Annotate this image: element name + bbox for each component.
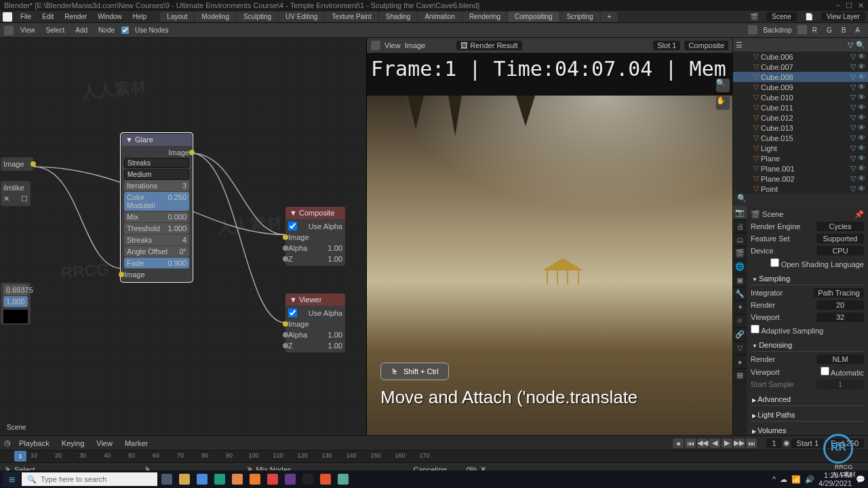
play-icon[interactable]: ▶ <box>722 439 732 448</box>
socket-icon[interactable] <box>283 256 288 262</box>
tl-view[interactable]: View <box>92 438 117 449</box>
playhead[interactable]: 1 <box>14 451 26 462</box>
outliner-item[interactable]: ▽Plane▽ 👁 <box>733 153 868 163</box>
outliner-item[interactable]: ▽Point▽ 👁 <box>733 184 868 194</box>
visibility-icon[interactable]: 👁 <box>858 73 865 81</box>
tab-layout[interactable]: Layout <box>160 12 194 22</box>
premiere-icon[interactable] <box>282 472 298 487</box>
jump-start-icon[interactable]: ⏮ <box>685 439 696 448</box>
mesh-data-icon[interactable]: ▽ <box>850 103 856 112</box>
advanced-panel[interactable]: Advanced <box>751 393 864 406</box>
nh-node[interactable]: Node <box>94 25 119 35</box>
autokey-icon[interactable]: ● <box>673 439 684 448</box>
slot-dropdown[interactable]: Slot 1 <box>653 41 680 50</box>
outliner-item[interactable]: ▽Cube.006▽ 👁 <box>733 52 868 62</box>
timeline-type-icon[interactable]: ◷ <box>4 439 11 447</box>
glare-type-dropdown[interactable]: Streaks <box>124 158 189 168</box>
socket-icon[interactable] <box>283 332 288 338</box>
use-nodes-checkbox[interactable]: Use Nodes <box>121 25 172 35</box>
mesh-data-icon[interactable]: ▽ <box>850 93 856 102</box>
filter-icon[interactable]: ▽ <box>848 41 853 49</box>
tab-shading[interactable]: Shading <box>379 12 418 22</box>
current-frame-field[interactable]: 1 <box>766 439 781 448</box>
mesh-data-icon[interactable]: ▽ <box>850 62 856 71</box>
render-result-field[interactable]: 🖼 Render Result <box>456 41 521 50</box>
denoise-viewport[interactable]: Automatic <box>821 367 864 377</box>
viewport-samples-field[interactable]: 32 <box>816 312 864 322</box>
tab-compositing[interactable]: Compositing <box>508 12 559 22</box>
glare-colormod[interactable]: Color Modulati0.250 <box>124 192 189 211</box>
taskbar-search[interactable]: 🔍Type here to search <box>22 472 157 486</box>
task-view-icon[interactable] <box>159 472 175 487</box>
maximize-button[interactable]: ☐ <box>846 1 852 10</box>
outliner-item[interactable]: ▽Cube.011▽ 👁 <box>733 102 868 113</box>
mesh-data-icon[interactable]: ▽ <box>850 123 856 132</box>
visibility-icon[interactable]: 👁 <box>858 184 865 193</box>
tab-texture-paint[interactable]: Texture Paint <box>325 12 378 22</box>
img-image[interactable]: Image <box>405 41 426 49</box>
mesh-data-icon[interactable]: ▽ <box>850 174 856 183</box>
explorer-icon[interactable] <box>176 472 193 487</box>
feature-set-dropdown[interactable]: Supported <box>816 234 864 243</box>
tab-object-icon[interactable]: ▣ <box>733 274 747 287</box>
menu-render[interactable]: Render <box>59 12 92 22</box>
tray-date[interactable]: 4/29/2021 <box>818 479 852 487</box>
jump-end-icon[interactable]: ⏭ <box>746 439 757 448</box>
denoising-panel[interactable]: Denoising <box>751 339 864 352</box>
tray-wifi-icon[interactable]: 📶 <box>791 475 801 484</box>
nh-select[interactable]: Select <box>42 25 69 35</box>
sampling-panel[interactable]: Sampling <box>751 272 864 285</box>
tl-marker[interactable]: Marker <box>121 438 152 449</box>
socket-icon[interactable] <box>119 272 124 277</box>
backdrop-icon[interactable] <box>797 25 807 35</box>
tab-add[interactable]: + <box>601 12 618 22</box>
visibility-icon[interactable]: 👁 <box>858 144 865 152</box>
edge-icon[interactable] <box>212 472 228 487</box>
visibility-icon[interactable]: 👁 <box>858 52 865 61</box>
outliner-item[interactable]: ▽Cube.008▽ 👁 <box>733 72 868 82</box>
start-button[interactable]: ⊞ <box>3 472 20 487</box>
glare-threshold[interactable]: Threshold1.000 <box>124 223 189 234</box>
minimize-button[interactable]: − <box>836 1 840 10</box>
outliner-item[interactable]: ▽Cube.013▽ 👁 <box>733 123 868 133</box>
tab-output-icon[interactable]: 🖨 <box>733 220 747 233</box>
tab-rendering[interactable]: Rendering <box>462 12 507 22</box>
socket-icon[interactable] <box>283 321 288 327</box>
tab-modeling[interactable]: Modeling <box>195 12 236 22</box>
device-dropdown[interactable]: CPU <box>816 246 864 256</box>
visibility-icon[interactable]: 👁 <box>858 93 865 102</box>
blender-icon[interactable] <box>247 472 263 487</box>
mesh-data-icon[interactable]: ▽ <box>850 83 856 92</box>
node-filmic[interactable]: Image <box>0 157 34 171</box>
backdrop-label[interactable]: Backdrop <box>759 25 795 35</box>
pureref-icon[interactable] <box>335 472 351 487</box>
val-1[interactable]: 1.000 <box>3 296 28 307</box>
nh-view[interactable]: View <box>16 25 39 35</box>
visibility-icon[interactable]: 👁 <box>858 62 865 71</box>
outliner-item[interactable]: ▽Cube.007▽ 👁 <box>733 62 868 72</box>
search-icon[interactable]: 🔍 <box>856 41 865 49</box>
tab-material-icon[interactable]: ● <box>733 355 747 369</box>
visibility-icon[interactable]: 👁 <box>858 154 865 163</box>
render-engine-dropdown[interactable]: Cycles <box>816 222 864 231</box>
denoise-render-dropdown[interactable]: NLM <box>816 354 864 364</box>
mesh-data-icon[interactable]: ▽ <box>850 73 856 81</box>
play-rev-icon[interactable]: ◀ <box>709 439 720 448</box>
node-glare[interactable]: ▼ Glare Image Streaks Medium Iterations3… <box>121 133 193 282</box>
close-button[interactable]: ✕ <box>858 1 864 10</box>
nh-add[interactable]: Add <box>71 25 92 35</box>
tab-viewlayer-icon[interactable]: 🗂 <box>733 233 747 247</box>
tab-data-icon[interactable]: ▽ <box>733 342 747 355</box>
hand-icon[interactable]: ✋ <box>716 96 730 110</box>
tray-cloud-icon[interactable]: ☁ <box>780 475 787 484</box>
visibility-icon[interactable]: 👁 <box>858 134 865 142</box>
outliner-item[interactable]: ▽Light▽ 👁 <box>733 143 868 153</box>
tray-chevron-icon[interactable]: ^ <box>772 475 776 483</box>
socket-icon[interactable] <box>283 245 288 251</box>
tl-playback[interactable]: Playback <box>15 438 54 449</box>
outliner-item[interactable]: ▽Cube.015▽ 👁 <box>733 133 868 143</box>
socket-icon[interactable] <box>189 150 195 155</box>
pin-icon[interactable] <box>748 25 757 35</box>
menu-window[interactable]: Window <box>92 12 127 22</box>
tab-particle-icon[interactable]: ✦ <box>733 301 747 314</box>
